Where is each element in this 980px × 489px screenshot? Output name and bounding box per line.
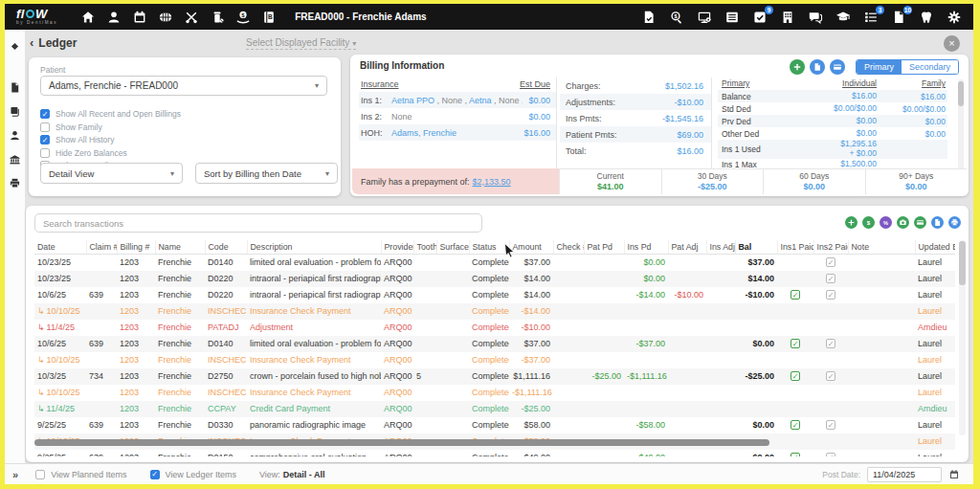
add-payment-button[interactable]: $ [862,216,875,229]
column-header-ins-adj[interactable]: Ins Adj [706,240,735,255]
table-row[interactable]: 10/6/256391203FrenchieD0140limited oral … [34,336,955,352]
column-header-date[interactable]: Date [34,240,86,255]
post-date-input[interactable]: 11/04/2025 [867,467,942,482]
print-icon[interactable] [9,176,21,189]
table-row[interactable]: ↳10/10/251203FrenchieINSCHECInsurance Ch… [34,385,955,401]
toggle-secondary[interactable]: Secondary [902,60,958,74]
camera-button[interactable] [897,216,909,229]
patient-select[interactable]: Adams, Frenchie - FREAD000▾ [40,76,327,96]
column-header-pat-pd[interactable]: Pat Pd [584,240,624,255]
add-billing-button[interactable] [790,59,805,75]
tasks-icon[interactable]: 9 [752,10,768,25]
ledger-book-icon[interactable]: B [261,10,277,25]
filter-checkbox-2[interactable]: ✓Show All History [40,135,181,144]
column-header-tooth[interactable]: Tooth [413,240,436,255]
column-header-bal[interactable]: Bal [735,240,777,255]
table-row[interactable]: ↳10/10/251203FrenchieINSCHECInsurance Ch… [34,352,955,368]
column-header-ins1-paid[interactable]: Ins1 Paid [777,240,813,255]
messages-icon[interactable] [808,10,823,25]
nav-diamond-icon[interactable] [9,39,21,52]
table-row[interactable]: ↳11/4/251203FrenchieCCPAYCredit Card Pay… [34,401,955,417]
home-icon[interactable] [80,10,96,25]
ins2-paid-check-icon[interactable]: ✓ [826,290,835,300]
billing-doc-icon[interactable] [9,80,21,93]
ins1-paid-check-icon[interactable]: ✓ [791,420,800,430]
filter-checkbox-1[interactable]: Show Family [40,122,181,132]
add-adjustment-button[interactable]: % [880,216,892,229]
column-header-updated-by[interactable]: Updated By [915,240,955,255]
table-row[interactable]: ↳10/10/251203FrenchieINSCHECInsurance Ch… [34,303,955,320]
billing-card-button[interactable] [830,59,845,75]
patient-icon[interactable] [9,128,21,141]
table-row[interactable]: 9/25/256391203FrenchieD0330panoramic rad… [34,417,955,433]
expand-chevrons-icon[interactable]: » [12,469,18,480]
flow-logo[interactable]: flW by DentiMax [16,8,57,26]
filter-checkbox-3[interactable]: Hide Zero Balances [40,148,181,158]
column-header-name[interactable]: Name [155,240,205,255]
table-row[interactable]: 10/23/251203FrenchieD0140limited oral ev… [34,255,955,271]
checklist-icon[interactable]: 3 [863,10,879,25]
prepayment-amount-link[interactable]: $2,133.50 [473,177,511,187]
ins2-paid-check-icon[interactable]: ✓ [826,274,835,283]
add-transaction-button[interactable] [845,216,858,229]
patients-icon[interactable] [106,10,122,25]
copy-stack-icon[interactable] [9,104,21,117]
claims-icon[interactable] [641,10,657,25]
column-header-description[interactable]: Description [247,240,381,255]
ins2-paid-check-icon[interactable]: ✓ [826,453,835,456]
learning-icon[interactable] [835,10,851,25]
office-icon[interactable] [780,10,795,25]
billing-statement-button[interactable] [810,59,825,75]
facility-selector[interactable]: Select Displayed Facility ▾ [246,37,356,50]
table-row[interactable]: 10/6/256391203FrenchieD0220intraoral - p… [34,287,955,303]
sort-select[interactable]: Sort by Billing then Date▾ [195,163,338,184]
column-header-status[interactable]: Status [469,240,509,255]
insurance-link[interactable]: Adams, Frenchie [391,128,457,138]
column-header-amount[interactable]: Amount [509,240,553,255]
bank-icon[interactable] [9,152,21,165]
calendar-icon[interactable] [948,469,960,480]
table-row[interactable]: 10/3/257341203FrenchieD2750crown - porce… [34,368,955,385]
prescriptions-icon[interactable] [210,10,225,25]
tooth-icon[interactable] [919,10,934,25]
ins1-paid-check-icon[interactable]: ✓ [791,371,800,381]
view-planned-checkbox[interactable]: View Planned Items [35,470,126,479]
view-mode-select[interactable]: Detail View▾ [40,163,183,184]
insurance-link[interactable]: Aetna [469,96,492,105]
table-row[interactable]: 9/25/256391203FrenchieD0150comprehensive… [34,450,955,457]
ins2-paid-check-icon[interactable]: ✓ [826,339,835,348]
worklist-icon[interactable] [724,10,740,25]
ins1-paid-check-icon[interactable]: ✓ [791,339,800,348]
card-payment-button[interactable] [914,216,926,229]
column-header-note[interactable]: Note [848,240,915,255]
close-button[interactable]: × [944,35,960,52]
insurance-link[interactable]: Aetna PPO [391,96,434,105]
ins1-paid-check-icon[interactable]: ✓ [791,290,800,300]
benefits-scrollbar[interactable] [958,79,964,169]
table-row[interactable]: 10/23/251203FrenchieD0220intraoral - per… [34,271,955,287]
column-header-ins2-paid[interactable]: Ins2 Paid [813,240,848,255]
print-button[interactable] [948,216,961,229]
ins2-paid-check-icon[interactable]: ✓ [826,371,835,381]
toggle-primary[interactable]: Primary [857,60,902,74]
table-row[interactable]: ↳11/4/251203FrenchiePATADJAdjustmentARQ0… [34,320,955,336]
statement-button[interactable] [931,216,944,229]
search-input[interactable] [34,213,482,233]
filter-checkbox-0[interactable]: ✓Show All Recent and Open Billings [40,109,181,119]
schedule-icon[interactable] [132,10,147,25]
column-header-pat-adj[interactable]: Pat Adj [668,240,706,255]
column-header-billing-[interactable]: Billing # [117,240,155,255]
column-header-claim-[interactable]: Claim # [86,240,117,255]
ins2-paid-check-icon[interactable]: ✓ [826,420,835,430]
column-header-provider[interactable]: Provider [381,240,413,255]
fee-search-icon[interactable]: $ [669,10,684,25]
ins1-paid-check-icon[interactable]: ✓ [791,453,800,456]
column-header-ins-pd[interactable]: Ins Pd [624,240,668,255]
back-chevron-icon[interactable]: ‹ [30,35,33,50]
view-ledger-checkbox[interactable]: ✓ View Ledger Items [150,470,236,479]
vertical-scrollbar[interactable] [959,240,966,435]
settings-icon[interactable] [947,10,962,25]
payments-icon[interactable]: $ [235,10,251,25]
instruments-icon[interactable] [184,10,199,25]
imaging-icon[interactable] [697,10,712,25]
